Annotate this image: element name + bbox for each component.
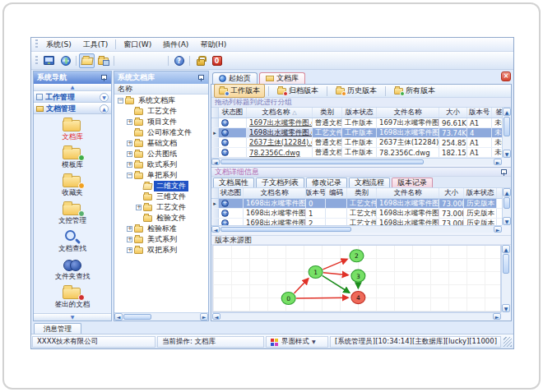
- scroll-left-icon[interactable]: ◄: [114, 313, 123, 321]
- mail3-button[interactable]: [150, 53, 165, 68]
- column-header[interactable]: 文档名称△: [247, 108, 313, 118]
- graph-node[interactable]: 3: [351, 270, 365, 282]
- expand-icon[interactable]: +: [127, 141, 132, 146]
- scroll-thumb[interactable]: [220, 159, 424, 164]
- collapse-icon[interactable]: −: [118, 98, 123, 104]
- detail-tab[interactable]: 版本记录: [392, 178, 433, 187]
- tree-node[interactable]: −单把系列: [114, 170, 208, 181]
- graph-hscrollbar[interactable]: ◄ ►: [212, 312, 501, 320]
- scroll-thumb[interactable]: [504, 117, 510, 136]
- table-row[interactable]: 1698出水嘴零件图.dwg1工艺文件1698出水嘴零件图.dwg73.00KB…: [211, 209, 502, 219]
- version-button-3[interactable]: 所有版本: [389, 84, 440, 98]
- column-header[interactable]: 版本状态: [342, 108, 377, 118]
- column-header[interactable]: 状态图: [219, 108, 247, 118]
- sidebar-item[interactable]: 模板库: [34, 144, 111, 172]
- collapse-icon[interactable]: −: [127, 173, 132, 178]
- menu-item[interactable]: 系统(S): [40, 38, 77, 52]
- scroll-down-icon[interactable]: ▼: [503, 150, 511, 158]
- sidebar-item[interactable]: 文档查找: [34, 228, 111, 256]
- version-button-2[interactable]: 历史版本: [331, 84, 382, 98]
- menu-item[interactable]: 工具(T): [77, 38, 114, 52]
- scroll-thumb[interactable]: [123, 314, 151, 320]
- documents-table-vscrollbar[interactable]: ▲ ▼: [502, 108, 511, 158]
- detail-tab[interactable]: 子文档列表: [256, 178, 304, 187]
- lock-button[interactable]: [193, 53, 208, 68]
- tree-node[interactable]: +公共图纸: [114, 149, 208, 159]
- scroll-thumb[interactable]: [504, 197, 510, 209]
- table-row[interactable]: 2637主体(12284).dwg普通文档工作版本2637主体(12284).d…: [211, 138, 502, 148]
- column-header[interactable]: 类别: [313, 108, 342, 118]
- menu-item[interactable]: 窗口(W): [118, 38, 157, 52]
- detail-tab[interactable]: 修改记录: [306, 178, 347, 187]
- tree-node[interactable]: +双把系列: [114, 245, 208, 256]
- documents-table-hscrollbar[interactable]: ◄ ►: [211, 158, 502, 165]
- help-button[interactable]: [171, 53, 187, 68]
- pin-icon[interactable]: [197, 74, 205, 81]
- graph-node[interactable]: 4: [351, 292, 365, 304]
- table-row[interactable]: 1697出水嘴零件图.dwg普通文档工作版本1697出水嘴零件图.dwg96.6…: [211, 118, 502, 128]
- graph-node[interactable]: 2: [350, 250, 364, 262]
- tab-document-library[interactable]: 文档库: [259, 72, 305, 84]
- column-header[interactable]: 编码: [326, 188, 347, 198]
- scroll-right-icon[interactable]: ►: [493, 313, 501, 320]
- column-header[interactable]: 文档名称: [244, 188, 306, 198]
- pin-icon[interactable]: [100, 74, 108, 81]
- column-header[interactable]: 文件名称: [377, 108, 439, 118]
- scroll-left-icon[interactable]: ◄: [211, 226, 220, 233]
- sidebar-item[interactable]: 文控管理: [34, 200, 111, 228]
- scroll-right-icon[interactable]: ►: [494, 226, 502, 233]
- expand-icon[interactable]: +: [127, 151, 132, 157]
- tree-node[interactable]: +工艺文件: [114, 202, 208, 213]
- column-header[interactable]: 大小: [439, 188, 464, 198]
- column-header[interactable]: 版本号: [306, 188, 326, 198]
- scroll-down-icon[interactable]: ▼: [502, 304, 510, 312]
- tree-node[interactable]: +基础文档: [114, 138, 208, 149]
- versions-table-vscrollbar[interactable]: ▲ ▼: [502, 188, 511, 225]
- mail1-button[interactable]: [117, 53, 132, 68]
- scroll-right-icon[interactable]: ►: [494, 159, 502, 165]
- tree-node[interactable]: +项目文件: [114, 117, 208, 127]
- menu-item[interactable]: 帮助(H): [194, 38, 232, 52]
- scroll-up-icon[interactable]: ▲: [503, 188, 511, 196]
- tree-node[interactable]: 公司标准文件: [114, 127, 208, 138]
- pin-icon[interactable]: [500, 168, 508, 176]
- tree-node[interactable]: +欧式系列: [114, 159, 208, 170]
- resize-grip[interactable]: [504, 337, 512, 347]
- scroll-up-icon[interactable]: ▲: [502, 245, 510, 253]
- expand-icon[interactable]: +: [127, 237, 132, 242]
- detail-tab[interactable]: 文档流程: [349, 178, 390, 187]
- exit-button[interactable]: [209, 53, 225, 68]
- tree-hscrollbar[interactable]: ◄ ►: [114, 312, 208, 321]
- column-header[interactable]: 状态图: [219, 188, 244, 198]
- expand-icon[interactable]: +: [127, 119, 132, 125]
- version-button-0[interactable]: 工作版本: [214, 84, 265, 98]
- monitor-button[interactable]: [41, 53, 57, 68]
- drag-grip[interactable]: [35, 56, 38, 66]
- tree-node[interactable]: 三维文件: [114, 191, 208, 202]
- column-header[interactable]: 文件名称: [377, 188, 439, 198]
- sidebar-item[interactable]: 签出的文档: [34, 284, 111, 311]
- scroll-thumb[interactable]: [503, 254, 509, 274]
- scroll-left-icon[interactable]: ◄: [211, 159, 220, 165]
- version-button-1[interactable]: 归档版本: [272, 84, 323, 98]
- sidebar-item[interactable]: 文件夹查找: [34, 256, 111, 284]
- table-row[interactable]: 78.2356C.dwg普通文档工作版本78.2356C.dwg182.15KB…: [211, 148, 502, 158]
- scroll-right-icon[interactable]: ►: [200, 313, 208, 321]
- column-header[interactable]: 版本号: [467, 108, 492, 118]
- expand-icon[interactable]: +: [127, 247, 132, 253]
- detail-tab[interactable]: 文档属性: [213, 178, 254, 187]
- tree-node[interactable]: 工艺文件: [114, 106, 208, 117]
- tab-message-management[interactable]: 消息管理: [34, 323, 81, 334]
- folder-window-button[interactable]: [95, 53, 111, 68]
- menu-item[interactable]: 插件(A): [157, 38, 194, 52]
- tree-node[interactable]: 二维文件: [114, 181, 208, 191]
- table-row[interactable]: 1698出水嘴零件图.dwg2工艺文件1698出水嘴零件图.dwg73.00KB…: [211, 219, 502, 225]
- column-header[interactable]: 签出状态: [492, 108, 502, 118]
- chevron-down-icon[interactable]: ▼: [100, 93, 109, 102]
- sidebar-item[interactable]: 文档库: [34, 116, 111, 144]
- expand-icon[interactable]: +: [136, 205, 142, 210]
- scroll-down-icon[interactable]: ▼: [503, 217, 511, 225]
- drag-grip[interactable]: [35, 39, 38, 49]
- graph-node[interactable]: 1: [309, 265, 323, 278]
- expand-icon[interactable]: +: [127, 226, 132, 232]
